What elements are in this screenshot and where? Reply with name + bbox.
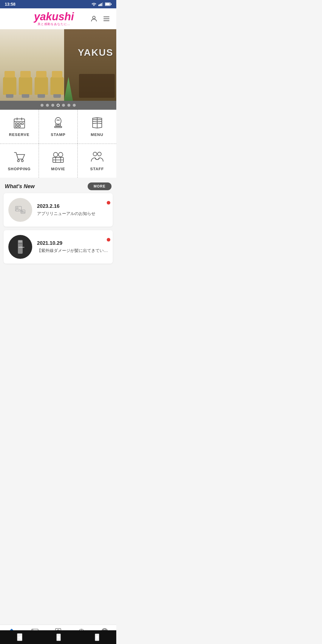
- menu-button[interactable]: [103, 15, 110, 23]
- news-card-2[interactable]: milbon 2021.10.29 【紫外線ダメージが髪に出てきてい…: [4, 230, 113, 264]
- logo-text: yakushi: [34, 11, 74, 22]
- svg-rect-1: [100, 4, 100, 6]
- cart-icon: [13, 151, 26, 164]
- svg-rect-21: [56, 124, 61, 126]
- news-badge-2: [107, 238, 110, 242]
- svg-point-30: [17, 160, 19, 162]
- svg-point-33: [58, 152, 63, 157]
- staff-icon: [91, 151, 104, 164]
- product-icon: milbon: [15, 239, 26, 254]
- grid-item-reserve[interactable]: RESERVE: [0, 110, 39, 144]
- news-thumbnail-2: milbon: [8, 235, 32, 259]
- reserve-label: RESERVE: [9, 132, 30, 137]
- svg-line-26: [92, 123, 97, 123]
- svg-rect-2: [101, 3, 102, 6]
- time-display: 13:58: [5, 2, 16, 7]
- svg-rect-0: [98, 5, 99, 6]
- grid-item-stamp[interactable]: STAMP: [39, 110, 78, 144]
- svg-rect-15: [15, 123, 17, 125]
- stamp-label: STAMP: [51, 132, 66, 137]
- grid-item-movie[interactable]: MOVIE: [39, 144, 78, 178]
- shopping-label: SHOPPING: [8, 167, 31, 171]
- svg-line-25: [92, 121, 97, 122]
- svg-rect-16: [18, 123, 20, 125]
- news-text-2: 【紫外線ダメージが髪に出てきてい…: [37, 248, 108, 253]
- svg-point-31: [21, 160, 23, 162]
- svg-line-29: [97, 123, 102, 123]
- svg-rect-17: [21, 123, 23, 125]
- svg-rect-3: [102, 2, 103, 6]
- signal-icon: [98, 2, 103, 6]
- news-badge-1: [107, 201, 110, 205]
- svg-point-39: [97, 152, 101, 156]
- svg-line-24: [92, 119, 97, 120]
- carousel-dot-2[interactable]: [46, 104, 49, 107]
- svg-rect-45: [18, 241, 22, 242]
- status-icons: [91, 2, 112, 6]
- news-content-2: 2021.10.29 【紫外線ダメージが髪に出てきてい…: [37, 240, 108, 253]
- salon-chair: [19, 77, 32, 95]
- svg-rect-19: [18, 126, 20, 127]
- header: yakushi 美と感動をあなたに…: [0, 8, 116, 29]
- svg-line-27: [97, 119, 102, 120]
- menu-label: MENU: [91, 132, 103, 137]
- whats-new-title: What's New: [5, 183, 35, 190]
- hero-image: YAKUS: [0, 29, 116, 101]
- svg-text:milbon: milbon: [18, 246, 24, 248]
- carousel-dot-5[interactable]: [62, 104, 65, 107]
- calendar-icon: [13, 116, 26, 129]
- movie-label: MOVIE: [51, 167, 65, 171]
- book-icon: [91, 116, 104, 129]
- photo-placeholder-icon: [14, 204, 26, 216]
- carousel-dot-1[interactable]: [41, 104, 44, 107]
- logo: yakushi 美と感動をあなたに…: [34, 11, 74, 26]
- grid-item-menu[interactable]: MENU: [78, 110, 116, 144]
- hero-brand-text: YAKUS: [78, 47, 113, 58]
- carousel-dot-4[interactable]: [57, 104, 60, 107]
- news-card-1[interactable]: 2023.2.16 アプリリニューアルのお知らせ: [4, 193, 113, 227]
- grid-menu: RESERVE STAMP MENU SHOP: [0, 110, 116, 178]
- whats-new-header: What's New MORE: [0, 178, 116, 193]
- wifi-icon: [91, 2, 97, 6]
- stamp-icon: [52, 116, 65, 129]
- news-content-1: 2023.2.16 アプリリニューアルのお知らせ: [37, 203, 108, 216]
- more-button[interactable]: MORE: [88, 182, 112, 190]
- salon-chair: [3, 77, 16, 95]
- staff-label: STAFF: [90, 167, 104, 171]
- salon-chair: [50, 77, 64, 95]
- hero-products-display: [79, 74, 115, 98]
- header-icons: [90, 15, 110, 23]
- news-thumbnail-1: [8, 198, 32, 222]
- svg-rect-46: [18, 243, 22, 244]
- hamburger-icon: [103, 15, 110, 23]
- svg-line-28: [97, 121, 102, 122]
- status-bar: 13:58: [0, 0, 116, 8]
- svg-rect-18: [15, 126, 17, 127]
- content-area: What's New MORE 2023.2.16 アプリリニューアルのお知らせ: [0, 178, 116, 306]
- grid-item-staff[interactable]: STAFF: [78, 144, 116, 178]
- svg-rect-5: [111, 3, 112, 5]
- news-date-2: 2021.10.29: [37, 240, 108, 246]
- salon-chair: [35, 77, 48, 95]
- carousel-dot-3[interactable]: [51, 104, 54, 107]
- carousel-dot-6[interactable]: [67, 104, 70, 107]
- svg-point-7: [93, 16, 95, 19]
- news-text-1: アプリリニューアルのお知らせ: [37, 211, 108, 216]
- carousel-dot-7[interactable]: [73, 104, 76, 107]
- profile-button[interactable]: [90, 15, 98, 23]
- carousel-dots: [0, 101, 116, 110]
- svg-point-20: [55, 117, 61, 125]
- svg-point-38: [93, 152, 97, 156]
- grid-item-shopping[interactable]: SHOPPING: [0, 144, 39, 178]
- profile-icon: [90, 15, 98, 23]
- svg-rect-6: [105, 3, 110, 5]
- battery-icon: [105, 2, 112, 6]
- svg-point-32: [53, 152, 58, 157]
- logo-subtitle: 美と感動をあなたに…: [38, 22, 70, 26]
- svg-rect-22: [55, 126, 62, 128]
- movie-icon: [52, 151, 65, 164]
- news-date-1: 2023.2.16: [37, 203, 108, 209]
